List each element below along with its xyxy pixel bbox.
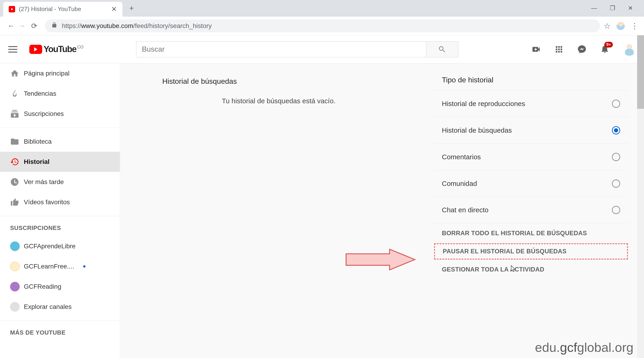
create-video-icon[interactable] (531, 45, 541, 54)
folder-icon (10, 137, 24, 146)
radio-checked-icon (612, 126, 620, 134)
sidebar-item-liked-videos[interactable]: Vídeos favoritos (0, 192, 120, 212)
history-type-watch[interactable]: Historial de reproducciones (434, 90, 628, 117)
subscription-browse-channels[interactable]: Explorar canales (0, 297, 120, 317)
scrollbar[interactable] (637, 35, 644, 358)
back-button[interactable]: ← (6, 22, 16, 30)
divider (0, 128, 120, 128)
notification-badge: 9+ (604, 42, 613, 48)
svg-marker-0 (346, 249, 415, 270)
youtube-wordmark: YouTube (44, 44, 76, 54)
sidebar-item-history[interactable]: Historial (0, 152, 120, 172)
lock-icon (51, 22, 57, 30)
empty-history-message: Tu historial de búsquedas está vacío. (162, 97, 395, 105)
history-type-search[interactable]: Historial de búsquedas (434, 117, 628, 143)
youtube-favicon-icon (9, 6, 15, 13)
minimize-button[interactable]: — (591, 5, 597, 12)
profile-icon[interactable] (616, 22, 625, 30)
subscription-gcflearnfree[interactable]: GCFLearnFree.... (0, 256, 120, 277)
address-bar: ← → ⟳ https://www.youtube.com/feed/histo… (0, 17, 644, 35)
url-input[interactable]: https://www.youtube.com/feed/history/sea… (45, 20, 600, 32)
search-input[interactable] (136, 41, 426, 57)
subscriptions-icon (10, 109, 24, 118)
radio-icon (612, 206, 620, 214)
channel-avatar-icon (10, 262, 20, 271)
forward-button[interactable]: → (16, 22, 28, 30)
fire-icon (10, 89, 24, 98)
browser-menu-button[interactable]: ⋮ (631, 21, 638, 31)
maximize-button[interactable]: ❐ (610, 5, 615, 12)
subscriptions-heading: SUSCRIPCIONES (0, 220, 120, 236)
browser-tab[interactable]: (27) Historial - YouTube ✕ (3, 2, 122, 17)
new-content-dot (83, 265, 86, 268)
history-type-heading: Tipo de historial (434, 76, 628, 84)
history-type-live-chat[interactable]: Chat en directo (434, 197, 628, 223)
history-type-community[interactable]: Comunidad (434, 170, 628, 197)
close-window-button[interactable]: ✕ (628, 5, 633, 12)
user-avatar[interactable] (623, 43, 636, 56)
history-icon (10, 157, 24, 166)
watermark: edu.gcfglobal.org (535, 340, 634, 355)
tab-title: (27) Historial - YouTube (19, 6, 111, 13)
clock-icon (10, 177, 24, 187)
bookmark-button[interactable]: ☆ (604, 21, 610, 31)
clear-all-search-history-button[interactable]: BORRAR TODO EL HISTORIAL DE BÚSQUEDAS (434, 223, 628, 243)
radio-icon (612, 153, 620, 161)
mouse-cursor-icon (509, 265, 516, 274)
apps-icon[interactable] (554, 45, 564, 54)
divider (0, 216, 120, 216)
sidebar-item-trending[interactable]: Tendencias (0, 84, 120, 104)
sidebar-item-watch-later[interactable]: Ver más tarde (0, 172, 120, 192)
browser-titlebar: (27) Historial - YouTube ✕ + — ❐ ✕ (0, 0, 644, 17)
pause-search-history-button[interactable]: PAUSAR EL HISTORIAL DE BÚSQUEDAS (435, 245, 627, 258)
youtube-play-icon (29, 45, 42, 54)
channel-avatar-icon (10, 282, 20, 291)
sidebar-item-library[interactable]: Biblioteca (0, 131, 120, 152)
search-button[interactable] (426, 41, 458, 57)
home-icon (10, 69, 24, 78)
scrollbar-thumb[interactable] (637, 35, 644, 109)
sidebar: Página principal Tendencias Suscripcione… (0, 63, 120, 358)
thumb-up-icon (10, 198, 24, 207)
url-text: https://www.youtube.com/feed/history/sea… (62, 22, 212, 30)
messenger-icon[interactable] (577, 45, 587, 54)
more-from-youtube-heading: MÁS DE YOUTUBE (0, 324, 120, 341)
reload-button[interactable]: ⟳ (28, 22, 41, 30)
hamburger-menu-button[interactable] (8, 45, 18, 54)
annotation-highlight: PAUSAR EL HISTORIAL DE BÚSQUEDAS (434, 243, 628, 260)
youtube-header: YouTube CO 9+ (0, 35, 644, 63)
youtube-logo[interactable]: YouTube CO (29, 44, 84, 54)
manage-all-activity-button[interactable]: GESTIONAR TODA LA ACTIVIDAD (434, 260, 628, 279)
sidebar-item-home[interactable]: Página principal (0, 63, 120, 84)
radio-icon (612, 100, 620, 108)
channel-avatar-icon (10, 241, 20, 251)
page-title: Historial de búsquedas (162, 77, 395, 86)
annotation-arrow-icon (344, 247, 417, 274)
new-tab-button[interactable]: + (129, 4, 134, 13)
search-icon (438, 45, 446, 54)
history-type-panel: Tipo de historial Historial de reproducc… (418, 63, 644, 358)
subscription-gcfaprendelibre[interactable]: GCFAprendeLibre (0, 236, 120, 256)
history-content: Historial de búsquedas Tu historial de b… (120, 63, 418, 358)
notifications-button[interactable]: 9+ (600, 44, 610, 55)
subscription-gcfreading[interactable]: GCFReading (0, 277, 120, 297)
close-tab-icon[interactable]: ✕ (111, 5, 117, 13)
divider (0, 321, 120, 321)
history-type-comments[interactable]: Comentarios (434, 143, 628, 170)
radio-icon (612, 180, 620, 188)
sidebar-item-subscriptions[interactable]: Suscripciones (0, 104, 120, 124)
channel-avatar-icon (10, 302, 20, 312)
region-code: CO (77, 45, 84, 50)
